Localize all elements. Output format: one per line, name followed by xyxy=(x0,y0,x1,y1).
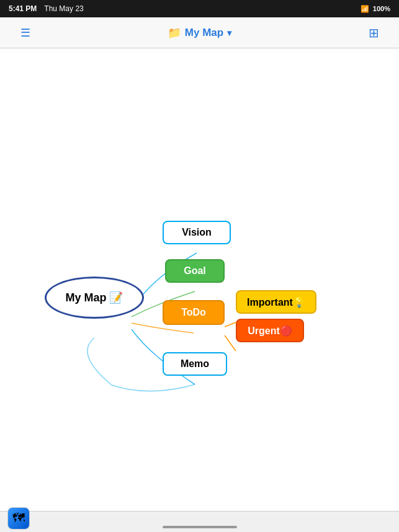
goal-label: Goal xyxy=(184,265,206,277)
bottom-bar: 🗺 xyxy=(0,511,399,532)
status-bar: 5:41 PM Thu May 23 📶 100% xyxy=(0,0,399,17)
todo-label: ToDo xyxy=(181,307,206,318)
battery-level: 100% xyxy=(373,5,390,12)
nav-title-area: 📁 My Map ▾ xyxy=(168,26,231,40)
central-node-label: My Map 📝 xyxy=(65,291,123,304)
node-important[interactable]: Important💡 xyxy=(236,290,316,314)
wifi-icon: 📶 xyxy=(361,5,369,13)
status-time: 5:41 PM xyxy=(9,4,37,13)
calendar-button[interactable]: ⊞ xyxy=(365,24,382,42)
important-label: Important💡 xyxy=(247,296,305,308)
home-indicator xyxy=(163,526,237,528)
map-title: My Map xyxy=(185,27,223,39)
menu-button[interactable]: ☰ xyxy=(17,24,34,42)
mind-map-canvas: My Map 📝 Vision Goal ToDo Important💡 Urg… xyxy=(0,48,399,511)
app-icon: 🗺 xyxy=(7,507,30,530)
node-urgent[interactable]: Urgent🔴 xyxy=(236,319,304,342)
node-central[interactable]: My Map 📝 xyxy=(45,277,144,319)
node-todo[interactable]: ToDo xyxy=(163,300,225,325)
status-day: Thu May 23 xyxy=(44,4,83,13)
node-goal[interactable]: Goal xyxy=(165,259,225,283)
node-memo[interactable]: Memo xyxy=(163,352,227,376)
dropdown-arrow-icon[interactable]: ▾ xyxy=(227,28,231,38)
urgent-label: Urgent🔴 xyxy=(248,325,292,337)
memo-label: Memo xyxy=(181,358,209,370)
folder-icon: 📁 xyxy=(168,26,181,40)
vision-label: Vision xyxy=(182,227,212,238)
nav-bar: ☰ 📁 My Map ▾ ⊞ xyxy=(0,17,399,48)
node-vision[interactable]: Vision xyxy=(163,221,231,244)
